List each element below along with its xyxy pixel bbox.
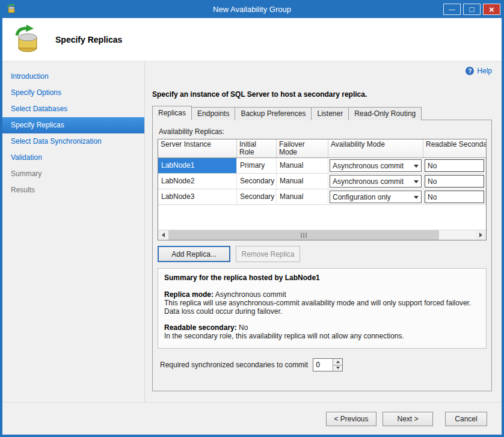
page-title: Specify Replicas xyxy=(55,35,122,44)
wizard-steps-sidebar: Introduction Specify Options Select Data… xyxy=(2,61,145,402)
chevron-up-icon xyxy=(336,361,340,363)
help-link[interactable]: ? Help xyxy=(466,66,492,76)
grid-header-row: Server Instance Initial Role Failover Mo… xyxy=(158,139,486,158)
cell-failover-mode[interactable]: Manual xyxy=(277,189,328,204)
column-header-server-instance[interactable]: Server Instance xyxy=(158,139,237,157)
sidebar-item-select-data-synchronization[interactable]: Select Data Synchronization xyxy=(2,133,144,150)
chevron-down-icon xyxy=(411,195,421,199)
sidebar-item-introduction[interactable]: Introduction xyxy=(2,69,144,85)
replica-summary-panel: Summary for the replica hosted by LabNod… xyxy=(158,268,487,349)
titlebar[interactable]: New Availability Group — □ × xyxy=(0,0,504,18)
table-row: LabNode3 Secondary Manual Configuration … xyxy=(158,189,486,205)
dialog-body: Specify Replicas Introduction Specify Op… xyxy=(2,18,502,435)
table-row: LabNode1 Primary Manual Asynchronous com… xyxy=(158,158,486,174)
readable-secondary-dropdown[interactable]: No xyxy=(425,175,484,188)
tab-read-only-routing[interactable]: Read-Only Routing xyxy=(348,107,422,120)
sidebar-item-summary: Summary xyxy=(2,166,144,182)
cell-server-instance[interactable]: LabNode1 xyxy=(158,158,237,173)
instruction-text: Specify an instance of SQL Server to hos… xyxy=(152,90,492,99)
cell-server-instance[interactable]: LabNode2 xyxy=(158,174,237,189)
availability-mode-dropdown[interactable]: Asynchronous commit xyxy=(330,175,422,188)
spin-up-button[interactable] xyxy=(333,359,342,365)
previous-button[interactable]: < Previous xyxy=(326,412,376,426)
availability-mode-value: Configuration only xyxy=(333,193,411,201)
grid-buttons-row: Add Replica... Remove Replica xyxy=(158,246,487,262)
maximize-icon: □ xyxy=(470,5,475,13)
cell-failover-mode[interactable]: Manual xyxy=(277,174,328,189)
tab-listener[interactable]: Listener xyxy=(311,107,349,120)
spin-down-button[interactable] xyxy=(333,365,342,371)
readable-secondary-dropdown[interactable]: No xyxy=(425,191,484,203)
scrollbar-track[interactable] xyxy=(168,230,476,240)
chevron-down-icon xyxy=(411,163,421,168)
readable-secondary-value: No xyxy=(428,193,437,201)
required-secondaries-spinner xyxy=(313,358,343,371)
wizard-main: Introduction Specify Options Select Data… xyxy=(2,61,502,402)
readable-secondary-value: No xyxy=(428,177,437,186)
minimize-icon: — xyxy=(449,6,455,13)
readable-secondary-label: Readable secondary: xyxy=(164,323,237,332)
add-replica-button[interactable]: Add Replica... xyxy=(158,246,230,262)
wizard-header: Specify Replicas xyxy=(2,18,502,61)
scroll-left-button[interactable] xyxy=(158,230,168,240)
help-icon: ? xyxy=(466,67,474,75)
scrollbar-thumb[interactable] xyxy=(168,230,439,240)
scrollbar-gripper-icon xyxy=(301,233,307,238)
chevron-down-icon xyxy=(411,179,421,183)
required-secondaries-input[interactable] xyxy=(313,359,333,371)
availability-mode-dropdown[interactable]: Asynchronous commit xyxy=(330,159,422,172)
availability-mode-value: Asynchronous commit xyxy=(333,177,411,186)
required-secondaries-label: Required synchronized secondaries to com… xyxy=(160,361,308,369)
cell-initial-role[interactable]: Primary xyxy=(237,158,277,173)
cell-server-instance[interactable]: LabNode3 xyxy=(158,189,237,204)
help-row: ? Help xyxy=(152,66,492,76)
minimize-button[interactable]: — xyxy=(443,4,461,15)
app-icon xyxy=(6,4,17,14)
sidebar-item-specify-replicas[interactable]: Specify Replicas xyxy=(2,117,144,133)
column-header-initial-role[interactable]: Initial Role xyxy=(237,139,277,157)
table-row: LabNode2 Secondary Manual Asynchronous c… xyxy=(158,174,486,189)
horizontal-scrollbar[interactable] xyxy=(158,230,486,240)
cell-initial-role[interactable]: Secondary xyxy=(237,174,277,189)
availability-mode-value: Asynchronous commit xyxy=(333,162,411,170)
next-button[interactable]: Next > xyxy=(383,412,433,426)
scroll-left-icon xyxy=(162,233,165,237)
readable-secondary-dropdown[interactable]: No xyxy=(425,159,484,172)
maximize-button[interactable]: □ xyxy=(463,4,481,15)
database-replica-icon xyxy=(12,25,42,55)
availability-mode-dropdown[interactable]: Configuration only xyxy=(330,191,422,203)
cell-readable-secondary: No xyxy=(423,158,486,173)
tab-endpoints[interactable]: Endpoints xyxy=(191,107,235,120)
availability-replicas-label: Availability Replicas: xyxy=(159,127,487,136)
cell-availability-mode: Asynchronous commit xyxy=(328,174,423,189)
readable-secondary-description: In the secondary role, this availability… xyxy=(164,332,480,340)
cell-availability-mode: Asynchronous commit xyxy=(328,158,423,173)
cell-initial-role[interactable]: Secondary xyxy=(237,189,277,204)
sidebar-item-select-databases[interactable]: Select Databases xyxy=(2,101,144,117)
sidebar-item-validation[interactable]: Validation xyxy=(2,150,144,166)
replicas-tab-panel: Availability Replicas: Server Instance I… xyxy=(152,120,492,391)
availability-replicas-grid: Server Instance Initial Role Failover Mo… xyxy=(158,139,487,240)
tab-backup-preferences[interactable]: Backup Preferences xyxy=(235,107,312,120)
window-title: New Availability Group xyxy=(0,5,504,14)
cancel-button[interactable]: Cancel xyxy=(445,412,487,426)
chevron-down-icon xyxy=(336,367,340,369)
cell-failover-mode[interactable]: Manual xyxy=(277,158,328,173)
scroll-right-button[interactable] xyxy=(476,230,486,240)
close-button[interactable]: × xyxy=(483,4,500,15)
column-header-failover-mode[interactable]: Failover Mode xyxy=(277,139,328,157)
cell-availability-mode: Configuration only xyxy=(328,189,423,204)
sidebar-item-specify-options[interactable]: Specify Options xyxy=(2,85,144,101)
cell-readable-secondary: No xyxy=(423,174,486,189)
summary-title: Summary for the replica hosted by LabNod… xyxy=(164,274,480,282)
readable-secondary-value: No xyxy=(428,162,437,170)
close-icon: × xyxy=(489,5,494,14)
column-header-availability-mode[interactable]: Availability Mode xyxy=(328,139,423,157)
sidebar-item-results: Results xyxy=(2,182,144,198)
tab-replicas[interactable]: Replicas xyxy=(152,106,192,120)
replica-mode-description: This replica will use asynchronous-commi… xyxy=(164,299,480,316)
tab-strip: Replicas Endpoints Backup Preferences Li… xyxy=(152,107,492,120)
required-secondaries-row: Required synchronized secondaries to com… xyxy=(158,358,487,371)
replica-mode-value: Asynchronous commit xyxy=(215,290,286,299)
column-header-readable-secondary[interactable]: Readable Secondary xyxy=(423,139,486,157)
